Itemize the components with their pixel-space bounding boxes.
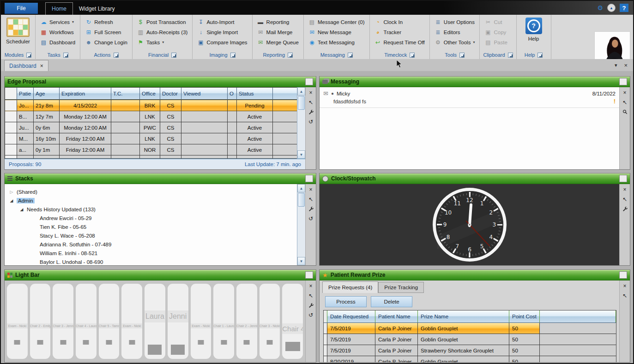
text-messaging-button[interactable]: ◉Text Messaging	[307, 37, 366, 47]
column-header-office[interactable]: Office	[140, 88, 160, 99]
scheduler-button[interactable]: Scheduler	[4, 16, 32, 51]
scroll-down-icon[interactable]: ▼	[297, 150, 305, 159]
cut-button[interactable]: ✂Cut	[483, 17, 513, 27]
dialog-launcher-icon[interactable]	[171, 53, 176, 58]
popout-widget-icon[interactable]: ↖	[620, 99, 630, 105]
chair-column[interactable]: Exam - Nicki	[7, 284, 28, 359]
tab-list-caret-icon[interactable]: ▾	[615, 62, 617, 68]
table-row[interactable]: 7/5/2019 Carla P Joiner Goblin Grouplet …	[324, 334, 616, 345]
widget-options-button[interactable]	[619, 78, 627, 85]
table-row[interactable]: Ju... 0y 6m Monday 12:00 AM PWC CS Activ…	[5, 122, 297, 133]
column-header-point-cost[interactable]: Point Cost	[509, 310, 540, 322]
column-header-patient[interactable]: Patie	[17, 88, 34, 99]
dialog-launcher-icon[interactable]	[63, 53, 68, 58]
auto-import-button[interactable]: ↧Auto-Import	[196, 17, 248, 27]
popout-widget-icon[interactable]: ↖	[620, 292, 630, 298]
column-header-patient-name[interactable]: Patient Name	[375, 310, 418, 322]
tree-item-patient[interactable]: Stacy L. Wace - 05-208	[9, 231, 297, 240]
column-header-tc[interactable]: T.C.	[111, 88, 140, 99]
column-header-o[interactable]: O	[228, 88, 237, 99]
tab-home[interactable]: Home	[45, 2, 73, 15]
tree-item-needs-history[interactable]: ◢Needs History Updated (133)	[9, 205, 297, 214]
refresh-widget-icon[interactable]: ↺	[306, 215, 316, 221]
chair-column[interactable]: Laura	[145, 284, 165, 359]
change-login-button[interactable]: ☻Change Login	[84, 37, 129, 47]
tab-prize-requests[interactable]: Prize Requests (4)	[322, 281, 378, 293]
tasks-button[interactable]: ⚑Tasks▾	[136, 37, 189, 47]
close-widget-icon[interactable]: ×	[620, 90, 630, 95]
chair-column[interactable]: Jenni	[168, 284, 188, 359]
help-button[interactable]: ? Help	[520, 16, 548, 51]
column-header-age[interactable]: Age	[34, 88, 60, 99]
chair-column[interactable]: Exam - Nicki	[191, 284, 211, 359]
column-header-status[interactable]: Status	[237, 88, 273, 99]
vertical-scrollbar[interactable]: ▲ ▼	[297, 87, 305, 159]
services-button[interactable]: ☁Services▾	[39, 17, 77, 27]
request-time-off-button[interactable]: ↩Request Time Off	[373, 37, 426, 47]
message-center-button[interactable]: ▤Message Center (0)	[307, 17, 366, 27]
wrench-icon[interactable]	[306, 109, 316, 115]
dashboard-button[interactable]: ▤Dashboard	[39, 37, 77, 47]
reporting-button[interactable]: ▬Reporting	[256, 17, 300, 27]
compare-images-button[interactable]: ▣Compare Images	[196, 37, 248, 47]
help-icon[interactable]: ?	[620, 4, 628, 12]
message-item[interactable]: ✉ ● Micky 8/11/2022 fdasdfdsfsd fs !	[320, 87, 619, 108]
collapse-arrow-icon[interactable]: ◢	[19, 207, 24, 212]
refresh-button[interactable]: ↻Refresh	[84, 17, 129, 27]
table-row[interactable]: 7/5/2019 Carla P Joiner Goblin Grouplet …	[324, 323, 616, 334]
popout-widget-icon[interactable]: ↖	[306, 196, 316, 202]
dialog-launcher-icon[interactable]	[410, 53, 415, 58]
chair-column[interactable]: Chair 1 - Laura	[213, 284, 234, 359]
paste-button[interactable]: ▤Paste	[483, 37, 513, 47]
tree-item-patient[interactable]: Adrianna R. Sotfuthin - 07-489	[9, 240, 297, 249]
dialog-launcher-icon[interactable]	[348, 53, 353, 58]
table-row[interactable]: a... 0y 1m Friday 12:00 AM NOR CS Active	[5, 144, 297, 155]
tree-item-patient[interactable]: Tien K. Fibe - 05-65	[9, 222, 297, 231]
search-icon[interactable]	[620, 109, 630, 115]
workflows-button[interactable]: ▦Workflows	[39, 27, 77, 37]
dialog-launcher-icon[interactable]	[459, 53, 465, 58]
settings-gear-icon[interactable]: ⚙	[597, 5, 603, 11]
tab-dashboard[interactable]: Dashboard ×	[4, 60, 48, 71]
close-icon[interactable]: ×	[624, 62, 628, 69]
chair-column[interactable]: Chair 4	[282, 284, 303, 359]
dialog-launcher-icon[interactable]	[288, 53, 293, 58]
delete-button[interactable]: Delete	[371, 296, 412, 307]
minimize-ribbon-icon[interactable]: ▲	[607, 4, 616, 12]
chair-column[interactable]: Chair 5 - Tammy	[99, 284, 120, 359]
chair-column[interactable]: Chair 3 - Nicki	[260, 284, 280, 359]
widget-options-button[interactable]	[619, 271, 627, 279]
close-widget-icon[interactable]: ×	[620, 186, 630, 192]
chair-column[interactable]: Chair 2 - Jenni	[236, 284, 257, 359]
wrench-icon[interactable]	[620, 206, 630, 212]
wrench-icon[interactable]	[306, 302, 316, 308]
column-header-expiration[interactable]: Expiration	[60, 88, 111, 99]
collapse-arrow-icon[interactable]: ◢	[9, 198, 14, 203]
chair-column[interactable]: Exam - Nicki	[121, 284, 142, 359]
table-row[interactable]: B... 12y 7m Monday 12:00 AM LNK CS Activ…	[5, 111, 297, 122]
scroll-down-icon[interactable]: ▼	[297, 257, 305, 265]
scrollbar-thumb[interactable]	[298, 96, 305, 110]
tree-item-patient[interactable]: Andrew Ewciri - 05-29	[9, 214, 297, 222]
tab-widget-library[interactable]: Widget Library	[73, 3, 121, 15]
editors-button[interactable]: ≣Editors	[433, 27, 477, 37]
wrench-icon[interactable]	[306, 206, 316, 212]
expand-arrow-icon[interactable]: ▷	[9, 190, 14, 194]
popout-widget-icon[interactable]: ↖	[620, 196, 630, 202]
tree-item-patient[interactable]: William E. Iririhi - 08-521	[9, 249, 297, 257]
process-button[interactable]: Process	[325, 296, 367, 307]
vertical-scrollbar[interactable]: ▲ ▼	[297, 184, 305, 265]
refresh-widget-icon[interactable]: ↺	[306, 119, 316, 125]
column-header-prize-name[interactable]: Prize Name	[418, 310, 509, 322]
copy-button[interactable]: ▣Copy	[483, 27, 513, 37]
other-tools-button[interactable]: ⚙Other Tools▾	[433, 37, 477, 47]
column-header-doctor[interactable]: Doctor	[160, 88, 181, 99]
close-widget-icon[interactable]: ×	[620, 283, 630, 289]
dialog-launcher-icon[interactable]	[537, 53, 543, 58]
table-row[interactable]: Jo... 21y 8m 4/15/2022 BRK CS Pending	[5, 100, 297, 111]
chair-column[interactable]: Chair 4 - Laura	[76, 284, 97, 359]
tab-file[interactable]: File	[5, 3, 38, 14]
popout-widget-icon[interactable]: ↖	[306, 99, 316, 105]
table-row[interactable]: 7/5/2019 Carla P Joiner Strawberry Short…	[324, 345, 616, 356]
table-row[interactable]: M... 16y 10m Friday 12:00 AM LNK CS Acti…	[5, 133, 297, 144]
